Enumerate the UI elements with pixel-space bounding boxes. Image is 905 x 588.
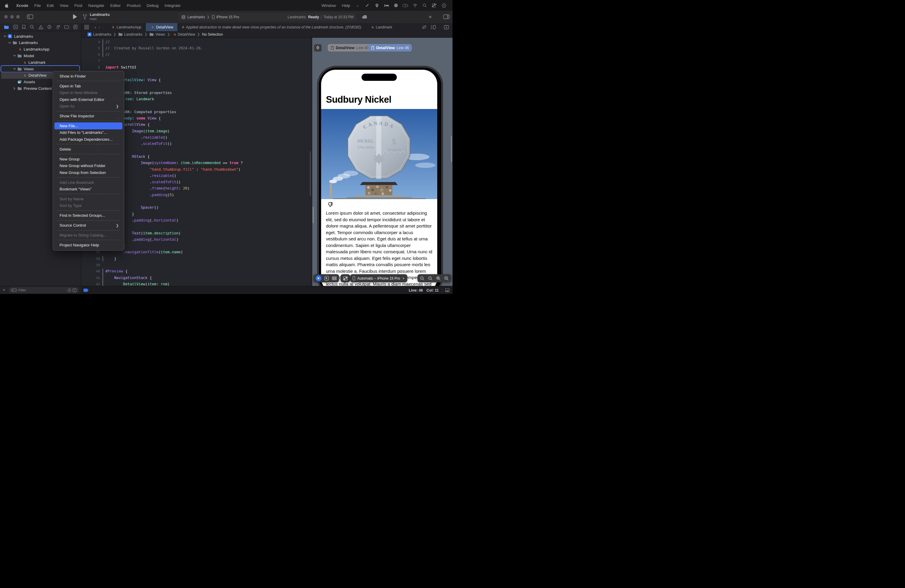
bed-icon[interactable]: [382, 3, 391, 8]
canvas-scrollbar-right[interactable]: [451, 136, 452, 162]
sidebar-item-landmark[interactable]: Landmark: [0, 59, 81, 65]
context-menu-item-add-files-to-landmarks[interactable]: Add Files to “Landmarks”...: [54, 129, 122, 136]
code-line-41[interactable]: 41 NavigationStack {: [81, 275, 312, 281]
code-line-38[interactable]: 38 }: [81, 256, 312, 262]
search-icon[interactable]: [420, 3, 429, 8]
sidebar-item-landmarks[interactable]: ALandmarks: [0, 33, 81, 40]
context-menu-item-new-file[interactable]: New File...: [54, 122, 122, 129]
preview-pill-line-40[interactable]: DetailView Line 40: [328, 44, 372, 51]
add-file-button[interactable]: +: [3, 287, 5, 292]
canvas-scrollbar[interactable]: [313, 207, 314, 223]
back-button[interactable]: ‹: [95, 25, 96, 30]
swap-editors-icon[interactable]: [422, 25, 427, 29]
zoom-out-icon[interactable]: [420, 276, 425, 281]
code-line-39[interactable]: 39: [81, 262, 312, 268]
context-menu-item-show-file-inspector[interactable]: Show File Inspector: [54, 113, 122, 119]
sidebar-item-model[interactable]: Model: [0, 52, 81, 59]
code-line-8[interactable]: 8import SwiftUI: [81, 64, 312, 71]
disclosure-down-icon[interactable]: [13, 68, 16, 70]
code-line-7[interactable]: 7: [81, 58, 312, 64]
issue-navigator-icon[interactable]: [38, 25, 43, 29]
moon-dots-icon[interactable]: [391, 3, 400, 8]
tab-applied[interactable]: #Applied abstraction to make detail view…: [178, 23, 366, 31]
breadcrumb-no-selection[interactable]: No Selection: [202, 32, 223, 37]
zoom-fit-icon[interactable]: [436, 276, 441, 281]
live-preview-button[interactable]: [316, 275, 321, 281]
add-toolbar-button[interactable]: +: [429, 14, 432, 21]
menu-view[interactable]: View: [57, 3, 71, 8]
context-menu-item-find-in-selected-groups[interactable]: Find in Selected Groups...: [54, 212, 122, 219]
menu-integrate[interactable]: Integrate: [162, 3, 183, 8]
report-navigator-icon[interactable]: [73, 25, 78, 29]
source-control-icon[interactable]: [13, 25, 18, 29]
context-menu-item-open-in-tab[interactable]: Open in Tab: [54, 83, 122, 89]
breadcrumb-landmarks[interactable]: Landmarks: [118, 32, 143, 37]
preview-device-selector[interactable]: Automatic – iPhone 15 Pro ▼: [350, 274, 407, 282]
navigator-toggle-icon[interactable]: [27, 14, 33, 19]
activity-status[interactable]: Landmarks: Ready | Today at 10:33 PM: [287, 15, 353, 19]
selectable-mode-icon[interactable]: [324, 276, 329, 281]
test-navigator-icon[interactable]: [47, 25, 52, 29]
pin-preview-button[interactable]: [314, 44, 322, 52]
context-menu-item-new-group[interactable]: New Group: [54, 156, 122, 162]
run-button[interactable]: [73, 14, 77, 19]
disclosure-down-icon[interactable]: [8, 41, 11, 44]
user-switch-icon[interactable]: [439, 3, 448, 8]
find-navigator-icon[interactable]: [30, 25, 35, 29]
menu-window[interactable]: Window: [318, 3, 339, 8]
disclosure-down-icon[interactable]: [13, 54, 16, 57]
zoom-button[interactable]: [16, 15, 20, 19]
preview-device-settings[interactable]: [341, 274, 350, 282]
related-items-icon[interactable]: [84, 25, 89, 29]
context-menu-item-add-package-dependencies[interactable]: Add Package Dependencies...: [54, 136, 122, 143]
scheme-selector[interactable]: A Landmarks ❯: [181, 15, 210, 19]
inspector-toggle-icon[interactable]: [443, 14, 449, 19]
disclosure-down-icon[interactable]: [3, 35, 6, 37]
menu-file[interactable]: File: [32, 3, 44, 8]
source-control-filter-icon[interactable]: [72, 288, 76, 292]
menu-navigate[interactable]: Navigate: [85, 3, 107, 8]
preview-pill-line-46[interactable]: DetailView Line 46: [368, 44, 412, 51]
debug-navigator-icon[interactable]: [56, 25, 60, 29]
menu-help[interactable]: Help: [339, 3, 353, 8]
context-menu-item-open-with-external-editor[interactable]: Open with External Editor: [54, 96, 122, 103]
tab-landmarksapp[interactable]: LandmarksApp: [106, 23, 146, 31]
breadcrumb-detailview[interactable]: DetailView: [172, 32, 195, 37]
menu-debug[interactable]: Debug: [144, 3, 162, 8]
recent-files-icon[interactable]: [67, 288, 71, 292]
editor-scrollbar[interactable]: [310, 151, 311, 196]
breadcrumb-views[interactable]: Views: [149, 32, 165, 37]
jump-bar[interactable]: ALandmarks❯Landmarks❯Views❯DetailView❯No…: [81, 31, 452, 38]
context-menu-item-delete[interactable]: Delete: [54, 146, 122, 153]
location-pin-icon[interactable]: [372, 3, 381, 8]
breakpoint-icon[interactable]: [84, 289, 89, 292]
close-button[interactable]: [4, 15, 8, 19]
menu-product[interactable]: Product: [124, 3, 144, 8]
breadcrumb-landmarks[interactable]: ALandmarks: [87, 32, 111, 37]
code-line-6[interactable]: 6//: [81, 51, 312, 58]
context-menu-item-new-group-from-selection[interactable]: New Group from Selection: [54, 169, 122, 176]
menu-xcode[interactable]: Xcode: [13, 3, 32, 8]
control-center-icon[interactable]: [430, 3, 439, 8]
context-menu-item-new-group-without-folder[interactable]: New Group without Folder: [54, 162, 122, 169]
editor-bottom-bar-toggle-icon[interactable]: [445, 288, 449, 292]
variants-mode-icon[interactable]: [332, 277, 337, 280]
rocket-icon[interactable]: [363, 3, 372, 8]
menu-editor[interactable]: Editor: [107, 3, 124, 8]
context-menu-item-show-in-finder[interactable]: Show in Finder: [54, 73, 122, 79]
tab-landmark[interactable]: Landmark: [366, 23, 397, 31]
code-line-4[interactable]: 4//: [81, 39, 312, 45]
battery-icon[interactable]: [401, 3, 410, 8]
minimize-button[interactable]: [10, 15, 14, 19]
bookmark-icon[interactable]: [22, 25, 26, 29]
tab-detailview[interactable]: DetailView: [146, 23, 178, 31]
project-navigator-icon[interactable]: [3, 25, 9, 29]
zoom-in-icon[interactable]: [444, 276, 449, 281]
context-menu-item-bookmark-views[interactable]: Bookmark “Views”: [54, 186, 122, 192]
add-editor-icon[interactable]: [444, 25, 449, 29]
code-line-40[interactable]: 40#Preview {: [81, 268, 312, 275]
context-menu-item-source-control[interactable]: Source Control❯: [54, 222, 122, 229]
run-destination-selector[interactable]: iPhone 15 Pro: [212, 15, 239, 19]
chevron-left-icon[interactable]: ‹: [353, 3, 362, 8]
sidebar-item-landmarks[interactable]: Landmarks: [0, 40, 81, 46]
